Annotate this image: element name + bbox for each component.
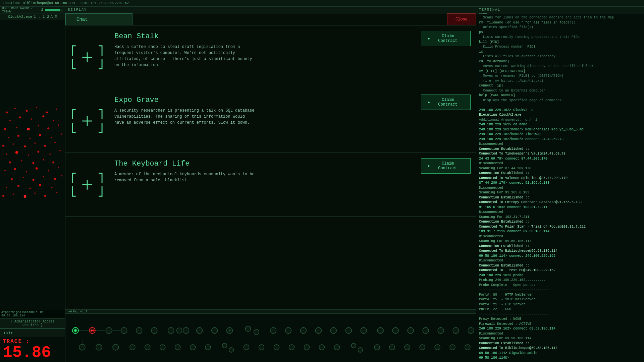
contract-bracket-icon-2	[71, 104, 104, 138]
claim-btn-expo-grave[interactable]: Claim Contract	[421, 95, 471, 110]
svg-point-87	[113, 344, 119, 350]
contract-card-keyboard-life: The Keyboard Life A member of the mechan…	[65, 153, 476, 217]
terminal-line: 69.58.186.114@>	[479, 356, 641, 361]
terminal-line: Connected To Timekeeper's Vault@24.43.69…	[479, 152, 641, 157]
svg-point-24	[2, 145, 4, 147]
contract-info-keyboard-life: The Keyboard Life A member of the mechan…	[109, 153, 416, 216]
svg-point-94	[246, 326, 251, 331]
exit-button[interactable]: Exit	[0, 329, 65, 337]
svg-point-117	[229, 348, 234, 352]
contract-icon-bean-stalk	[65, 25, 109, 89]
map-view: atpp:/SignalScramble IP: 69.58.186.114	[0, 20, 65, 318]
terminal-line: Scans for links on the connected machine…	[479, 15, 641, 20]
svg-point-77	[74, 329, 77, 332]
svg-point-97	[285, 327, 291, 334]
left-panel: USED RAM: 640mb / 761mb 2 ClockV2.exe 1 …	[0, 7, 65, 362]
svg-point-21	[39, 134, 41, 136]
svg-point-36	[9, 162, 11, 164]
terminal-line: Deletes specified file(s)	[479, 25, 641, 30]
svg-point-34	[49, 154, 51, 155]
svg-point-129	[405, 345, 410, 350]
svg-point-2	[14, 108, 16, 109]
svg-point-52	[61, 175, 62, 176]
svg-point-106	[423, 327, 429, 334]
terminal-line: Port#: 22 - SSH	[479, 307, 641, 312]
svg-point-20	[30, 138, 31, 139]
terminal-line: Scanning For 69.58.186.114	[479, 239, 641, 244]
svg-point-32	[28, 155, 29, 156]
svg-point-82	[121, 327, 127, 334]
terminal-line: ls	[479, 50, 641, 55]
svg-point-100	[330, 327, 336, 334]
svg-point-130	[420, 345, 425, 350]
contracts-area: Bean Stalk Hack a coffee shop to steal d…	[65, 25, 476, 309]
svg-point-17	[58, 124, 59, 126]
svg-point-118	[244, 345, 249, 350]
terminal-line: 249.100.229.162/home/> MemForensics Kagu…	[479, 127, 641, 132]
terminal-line: Scanning For 103.31.7.211	[479, 215, 641, 220]
terminal-header: TERMINAL	[476, 7, 644, 13]
terminal-line: Port#: 25 - SMTP MailServer	[479, 297, 641, 302]
terminal-line: Executing ClockV2.exe	[479, 113, 641, 118]
svg-point-109	[468, 327, 474, 334]
svg-point-112	[160, 345, 165, 350]
terminal-line: rm [filename (or use * for all files in …	[479, 20, 641, 25]
terminal-line: Connection Established ::	[479, 244, 641, 249]
terminal-line: 103.31.7.211> connect 69.58.186.114	[479, 229, 641, 234]
terminal-line: 249.100.229.162/home/> Timeswap	[479, 132, 641, 137]
terminal-line: 249.100.229.162> probe	[479, 273, 641, 278]
terminal-line: Connection Established ::	[479, 171, 641, 176]
svg-point-62	[44, 195, 46, 197]
svg-point-39	[43, 159, 44, 161]
terminal-line: Kills Process number [PID]	[479, 45, 641, 50]
svg-point-46	[58, 167, 59, 168]
svg-point-31	[15, 151, 18, 154]
close-button[interactable]: Close	[447, 13, 476, 25]
svg-point-89	[183, 327, 189, 334]
svg-point-81	[106, 327, 112, 334]
svg-point-1	[6, 111, 8, 113]
network-area	[65, 313, 476, 362]
claim-btn-bean-stalk[interactable]: Claim Contract	[421, 31, 471, 46]
terminal-line: Connected To Bibliotheque@69.58.186.114	[479, 249, 641, 254]
svg-point-38	[33, 162, 35, 164]
svg-point-101	[345, 327, 352, 334]
terminal-line: Connection Established ::	[479, 263, 641, 268]
svg-point-85	[79, 344, 85, 350]
svg-point-90	[197, 327, 203, 334]
svg-point-26	[24, 145, 26, 147]
svg-point-84	[151, 327, 157, 334]
svg-point-25	[13, 143, 14, 145]
svg-rect-0	[0, 103, 65, 236]
terminal-line: 87.44.209.170> connect 91.165.6.183	[479, 181, 641, 186]
terminal-line: 249.100.229.162> ClockV2 -c	[479, 108, 641, 113]
svg-point-47	[11, 178, 13, 180]
ram-fill-bar	[45, 9, 63, 11]
location-bar: Location: Bibliotheque@69.58.186.114 Hom…	[0, 0, 644, 7]
svg-point-50	[43, 176, 44, 177]
terminal-line: Lists all files in current directory	[479, 54, 641, 59]
clock-row: ClockV2.exe 1 : 1 2 A M	[0, 13, 65, 20]
claim-btn-keyboard-life[interactable]: Claim Contract	[421, 158, 471, 174]
terminal-line: ps	[479, 30, 641, 35]
terminal-line: 69.58.186.114> connect 249.100.229.162	[479, 254, 641, 259]
svg-point-40	[52, 162, 54, 164]
terminal-line: 91.165.6.183> connect 103.31.7.211	[479, 205, 641, 210]
svg-point-23	[61, 133, 62, 135]
terminal-line: Probe Complete - Open ports:	[479, 283, 641, 288]
terminal-line: Disconnected	[479, 331, 641, 337]
svg-point-134	[177, 328, 182, 333]
svg-point-14	[27, 128, 30, 130]
svg-point-11	[53, 120, 54, 121]
svg-point-88	[168, 327, 174, 334]
terminal-line: Connection Established ::	[479, 220, 641, 225]
svg-point-27	[34, 142, 36, 144]
svg-point-19	[17, 135, 19, 137]
svg-point-6	[56, 108, 57, 110]
contract-card-expo-grave: Expo Grave A security researcher is pres…	[65, 89, 476, 153]
terminal-line: Connect to an External Computer	[479, 88, 641, 94]
terminal-line: (i.e: mv hi.txt ../bin/hi.txt)	[479, 79, 641, 84]
chat-tab[interactable]: Chat	[65, 13, 132, 25]
terminal-line: Port#: 80 - HTTP WebServer	[479, 293, 641, 298]
terminal-content[interactable]: help [PAGE NUMBER] Displays the specifie…	[476, 13, 644, 362]
